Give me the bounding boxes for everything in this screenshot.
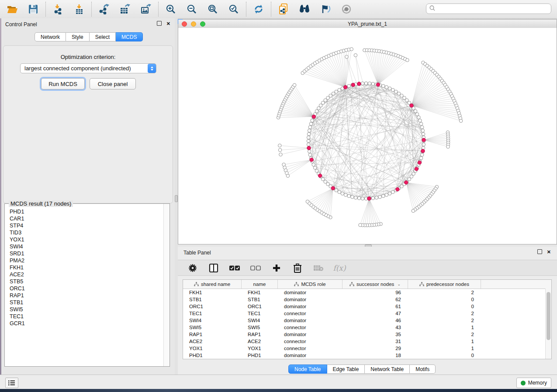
- table-row[interactable]: YOX1YOX1connector291: [183, 345, 551, 352]
- deselect-all-icon[interactable]: [250, 263, 261, 273]
- table-tab-node-table[interactable]: Node Table: [288, 364, 327, 374]
- table-cell: dominator: [278, 318, 343, 323]
- mcds-result-item[interactable]: GCR1: [10, 320, 164, 327]
- mcds-result-item[interactable]: STB1: [10, 299, 164, 306]
- mcds-result-item[interactable]: TEC1: [10, 313, 164, 320]
- tab-network[interactable]: Network: [35, 32, 66, 41]
- table-cell: ACE2: [242, 339, 278, 344]
- mcds-result-item[interactable]: TID3: [10, 229, 164, 236]
- mcds-result-box: MCDS result (17 nodes) PHD1CAR1STP4TID3Y…: [4, 203, 170, 367]
- float-panel-icon[interactable]: [157, 21, 162, 27]
- result-scrollbar[interactable]: [163, 204, 170, 366]
- search-input[interactable]: [436, 5, 548, 12]
- criterion-select[interactable]: largest connected component (undirected): [20, 63, 156, 73]
- table-tab-network-table[interactable]: Network Table: [365, 364, 410, 374]
- tab-select[interactable]: Select: [90, 32, 116, 41]
- table-cell: SWI4: [183, 318, 242, 323]
- export-image-icon[interactable]: [140, 3, 152, 15]
- table-tab-edge-table[interactable]: Edge Table: [327, 364, 365, 374]
- run-mcds-button[interactable]: Run MCDS: [41, 78, 85, 89]
- add-column-icon[interactable]: [271, 263, 282, 273]
- table-cell: 35: [343, 332, 408, 337]
- network-title-bar[interactable]: YPA_prune.txt_1: [178, 20, 557, 28]
- graphics-details-icon[interactable]: [320, 3, 331, 15]
- criterion-select-value: largest connected component (undirected): [21, 65, 148, 72]
- table-row[interactable]: FKH1FKH1dominator962: [183, 289, 551, 296]
- node-table[interactable]: shared namenameMCDS rolesuccessor nodes⌄…: [183, 279, 552, 359]
- mcds-result-item[interactable]: YOX1: [10, 236, 164, 243]
- vertical-splitter[interactable]: [175, 18, 178, 375]
- show-columns-icon[interactable]: [208, 263, 219, 273]
- function-builder-icon[interactable]: f(x): [334, 263, 345, 273]
- show-hide-icon[interactable]: [341, 3, 352, 15]
- table-row[interactable]: RAP1RAP1dominator352: [183, 331, 551, 338]
- column-header-successor-nodes[interactable]: successor nodes⌄: [343, 280, 408, 289]
- mcds-result-item[interactable]: ACE2: [10, 271, 164, 278]
- table-row[interactable]: SWI5SWI5connector431: [183, 324, 551, 331]
- table-row[interactable]: SWI4SWI4dominator462: [183, 317, 551, 324]
- table-row[interactable]: ACE2ACE2connector311: [183, 338, 551, 345]
- table-cell: dominator: [278, 290, 343, 295]
- apply-layout-icon[interactable]: [253, 3, 264, 15]
- toolbar-group: [246, 2, 271, 17]
- mcds-result-item[interactable]: RAP1: [10, 292, 164, 299]
- toolbar-group: [158, 2, 246, 17]
- delete-column-icon[interactable]: [292, 263, 303, 273]
- close-panel-icon[interactable]: ✕: [166, 21, 170, 26]
- close-table-panel-icon[interactable]: ✕: [547, 250, 551, 254]
- settings-gear-icon[interactable]: [187, 263, 198, 273]
- mcds-result-item[interactable]: CAR1: [10, 215, 164, 222]
- column-header-name[interactable]: name: [242, 280, 278, 289]
- float-table-panel-icon[interactable]: [537, 249, 542, 255]
- column-header-predecessor-nodes[interactable]: predecessor nodes: [408, 280, 481, 289]
- zoom-in-icon[interactable]: [165, 3, 176, 15]
- task-history-button[interactable]: [5, 378, 18, 388]
- mcds-result-item[interactable]: FKH1: [10, 264, 164, 271]
- table-row[interactable]: STB1STB1dominator620: [183, 296, 551, 303]
- table-cell: 62: [343, 297, 408, 302]
- zoom-fit-icon[interactable]: [207, 3, 218, 15]
- import-network-icon[interactable]: [52, 3, 64, 15]
- mcds-result-list[interactable]: PHD1CAR1STP4TID3YOX1SWI4SRD1PMA2FKH1ACE2…: [5, 208, 164, 366]
- tab-mcds[interactable]: MCDS: [116, 32, 143, 41]
- mcds-result-item[interactable]: PHD1: [10, 208, 164, 215]
- mcds-result-item[interactable]: SWI4: [10, 243, 164, 250]
- table-cell: 0: [408, 297, 481, 302]
- table-row[interactable]: ORC1ORC1dominator610: [183, 303, 551, 310]
- select-all-icon[interactable]: [229, 263, 240, 273]
- save-session-icon[interactable]: [28, 3, 39, 15]
- close-panel-button[interactable]: Close panel: [90, 78, 136, 89]
- network-graph: [178, 28, 557, 244]
- table-cell: 1: [408, 325, 481, 330]
- open-file-icon[interactable]: [7, 3, 18, 15]
- export-network-icon[interactable]: [98, 3, 110, 15]
- mcds-result-item[interactable]: SWI5: [10, 306, 164, 313]
- control-panel-title: Control Panel: [5, 21, 37, 28]
- table-scrollbar[interactable]: [545, 289, 551, 359]
- search-network-icon[interactable]: [299, 3, 310, 15]
- zoom-out-icon[interactable]: [186, 3, 197, 15]
- export-table-icon[interactable]: [119, 3, 131, 15]
- zoom-selected-icon[interactable]: [228, 3, 239, 15]
- table-cell: ORC1: [183, 304, 242, 309]
- new-network-from-selection-icon[interactable]: [278, 3, 289, 15]
- table-cell: FKH1: [183, 290, 242, 295]
- table-cell: 2: [408, 290, 481, 295]
- memory-button[interactable]: Memory: [516, 378, 551, 388]
- mcds-result-item[interactable]: STB5: [10, 278, 164, 285]
- table-cell: RAP1: [242, 332, 278, 337]
- delete-table-icon[interactable]: [313, 263, 324, 273]
- column-header-MCDS-role[interactable]: MCDS role: [278, 280, 343, 289]
- network-canvas[interactable]: [178, 28, 557, 244]
- import-table-icon[interactable]: [73, 3, 85, 15]
- mcds-result-item[interactable]: PMA2: [10, 257, 164, 264]
- mcds-result-item[interactable]: ORC1: [10, 285, 164, 292]
- network-search-box[interactable]: [426, 3, 551, 14]
- mcds-result-item[interactable]: SRD1: [10, 250, 164, 257]
- table-row[interactable]: TEC1TEC1connector472: [183, 310, 551, 317]
- mcds-result-item[interactable]: STP4: [10, 222, 164, 229]
- column-header-shared-name[interactable]: shared name: [183, 280, 242, 289]
- tab-style[interactable]: Style: [66, 32, 90, 41]
- table-row[interactable]: PHD1PHD1dominator180: [183, 352, 551, 359]
- table-tab-motifs[interactable]: Motifs: [410, 364, 436, 374]
